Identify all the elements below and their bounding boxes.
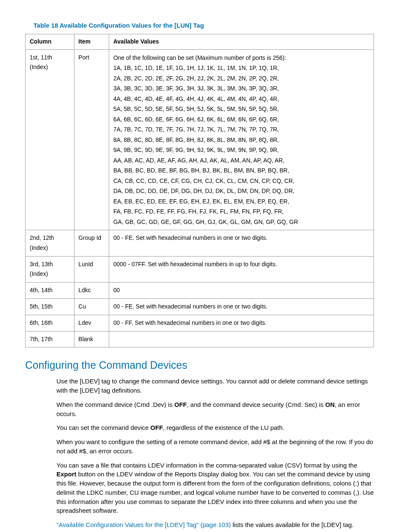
port-line: BA, BB, BC, BD, BE, BF, BG, BH, BJ, BK, … <box>113 165 369 176</box>
port-line: EA, EB, EC, ED, EE, EF, EG, EH, EJ, EK, … <box>113 196 369 207</box>
bold-on: ON <box>325 401 335 408</box>
cell-column: 5th, 15th <box>26 299 74 315</box>
cell-column: 7th, 17th <box>26 331 74 347</box>
header-values: Available Values <box>109 34 373 50</box>
cell-values: 00 - FE. Set with hexadecimal numbers in… <box>109 299 373 315</box>
port-line: 6A, 6B, 6C, 6D, 6E, 6F, 6G, 6H, 6J, 6K, … <box>113 114 369 125</box>
port-line: 2A, 2B, 2C, 2D, 2E, 2F, 2G, 2H, 2J, 2K, … <box>113 73 369 84</box>
cell-values: One of the following can be set (Maximum… <box>109 49 373 230</box>
cell-item: LunId <box>74 256 109 283</box>
text-fragment: button on the LDEV window of the Reports… <box>56 470 374 514</box>
cell-item: Blank <box>74 331 109 347</box>
paragraph: "Available Configuration Values for the … <box>56 520 374 529</box>
port-line: DA, DB, DC, DD, DE, DF, DG, DH, DJ, DK, … <box>113 186 369 196</box>
port-line: FA, FB, FC, FD, FE, FF, FG, FH, FJ, FK, … <box>113 206 369 217</box>
text-fragment: When the command device (Cmd .Dev) is <box>56 401 174 408</box>
port-line: 5A, 5B, 5C, 5D, 5E, 5F, 5G, 5H, 5J, 5K, … <box>113 104 369 114</box>
table-row: 2nd, 12th (Index) Group Id 00 - FE. Set … <box>26 230 374 257</box>
cell-values: 00 <box>109 283 373 299</box>
paragraph: You can save a file that contains LDEV i… <box>56 461 374 516</box>
port-intro: One of the following can be set (Maximum… <box>113 53 369 63</box>
cell-item: Cu <box>74 299 109 315</box>
port-line: 1A, 1B, 1C, 1D, 1E, 1F, 1G, 1H, 1J, 1K, … <box>113 63 369 73</box>
header-item: Item <box>74 34 109 50</box>
cell-column: 4th, 14th <box>26 283 74 299</box>
port-line: 3A, 3B, 3C, 3D, 3E, 3F, 3G, 3H, 3J, 3K, … <box>113 83 369 94</box>
port-line: AA, AB, AC, AD, AE, AF, AG, AH, AJ, AK, … <box>113 155 369 166</box>
bold-export: Export <box>56 470 77 478</box>
text-fragment: You can set the command device <box>56 424 151 431</box>
paragraph: You can set the command device OFF, rega… <box>56 423 374 432</box>
cell-item: Port <box>74 49 109 230</box>
port-line: 8A, 8B, 8C, 8D, 8E, 8F, 8G, 8H, 8J, 8K, … <box>113 135 369 145</box>
table-row: 5th, 15th Cu 00 - FE. Set with hexadecim… <box>26 299 374 315</box>
paragraph: Use the [LDEV] tag to change the command… <box>56 377 374 395</box>
table-row: 4th, 14th Ldkc 00 <box>26 283 374 299</box>
bold-off: OFF <box>174 401 187 408</box>
config-values-table: Column Item Available Values 1st, 11th (… <box>25 34 374 347</box>
cell-column: 3rd, 13th (Index) <box>26 256 74 283</box>
text-fragment: lists the values available for the [LDEV… <box>231 521 354 528</box>
port-line: 9A, 9B, 9C, 9D, 9E, 9F, 9G, 9H, 9J, 9K, … <box>113 145 369 155</box>
table-row: 7th, 17th Blank <box>26 331 374 347</box>
bold-off: OFF <box>151 424 163 431</box>
paragraph: When the command device (Cmd .Dev) is OF… <box>56 400 374 419</box>
cell-values <box>109 331 373 347</box>
table-row: 6th, 16th Ldev 00 - FF. Set with hexadec… <box>26 315 374 331</box>
cross-reference-link[interactable]: "Available Configuration Values for the … <box>56 521 231 528</box>
cell-column: 6th, 16th <box>26 315 74 331</box>
cell-values: 00 - FE. Set with hexadecimal numbers in… <box>109 230 373 257</box>
table-title: Table 18 Available Configuration Values … <box>33 21 374 30</box>
cell-item: Ldev <box>74 315 109 331</box>
cell-values: 00 - FF. Set with hexadecimal numbers in… <box>109 315 373 331</box>
text-fragment: , regardless of the existence of the LU … <box>163 424 284 431</box>
cell-column: 2nd, 12th (Index) <box>26 230 74 257</box>
cell-values: 0000 - 07FF. Set with hexadecimal number… <box>109 256 373 283</box>
table-row: 3rd, 13th (Index) LunId 0000 - 07FF. Set… <box>26 256 374 283</box>
cell-item: Ldkc <box>74 283 109 299</box>
header-column: Column <box>26 34 74 50</box>
port-line: 7A, 7B, 7C, 7D, 7E, 7F, 7G, 7H, 7J, 7K, … <box>113 124 369 135</box>
section-heading: Configuring the Command Devices <box>25 358 374 373</box>
port-line: GA, GB, GC, GD, GE, GF, GG, GH, GJ, GK, … <box>113 217 369 227</box>
table-row: 1st, 11th (Index) Port One of the follow… <box>26 49 374 230</box>
cell-item: Group Id <box>74 230 109 257</box>
text-fragment: , and the command device security (Cmd. … <box>187 401 325 408</box>
paragraph: When you want to configure the setting o… <box>56 437 374 456</box>
port-line: CA, CB, CC, CD, CE, CF, CG, CH, CJ, CK, … <box>113 176 369 186</box>
text-fragment: You can save a file that contains LDEV i… <box>56 462 357 469</box>
port-line: 4A, 4B, 4C, 4D, 4E, 4F, 4G, 4H, 4J, 4K, … <box>113 94 369 104</box>
cell-column: 1st, 11th (Index) <box>26 49 74 230</box>
